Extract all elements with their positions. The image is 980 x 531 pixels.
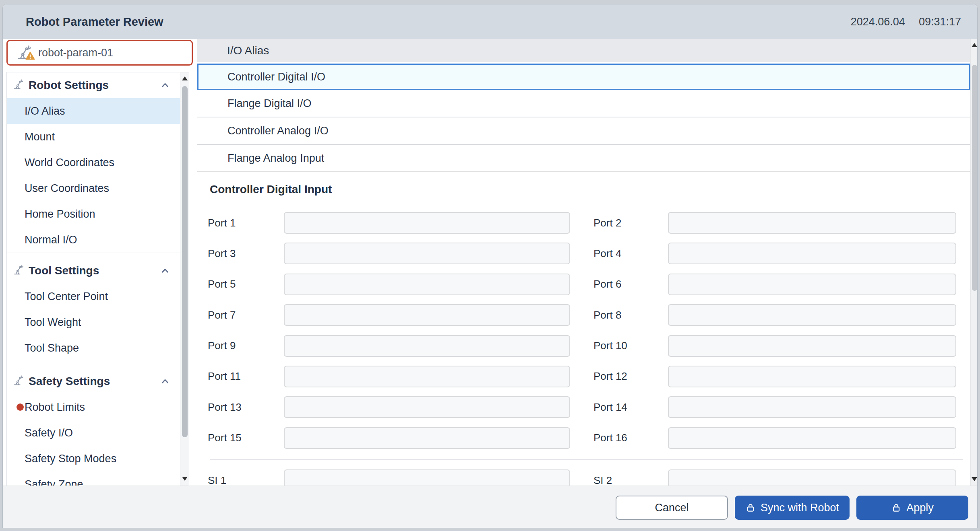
port-row: Port 15Port 16 [197,427,970,449]
robot-name-field[interactable]: robot-param-01 [6,40,193,66]
chevron-up-icon[interactable] [160,80,170,91]
main-content: I/O Alias Controller Digital I/OFlange D… [197,39,970,486]
io-alias-tab-list: Controller Digital I/OFlange Digital I/O… [197,64,970,172]
sidebar-item-user-coordinates[interactable]: User Coordinates [7,175,180,201]
si-port-grid: SI 1SI 2 [197,469,970,486]
sidebar-item-tool-shape[interactable]: Tool Shape [7,335,180,361]
sidebar-section-robot-settings: Robot SettingsI/O AliasMountWorld Coordi… [7,72,180,253]
input-port-6[interactable] [668,274,956,295]
input-port-4[interactable] [668,243,956,264]
sidebar-section-safety-settings: Safety SettingsRobot LimitsSafety I/OSaf… [7,361,180,486]
port-row: Port 1Port 2 [197,212,970,234]
sidebar-item-label: Safety Stop Modes [25,453,116,465]
time-label: 09:31:17 [919,16,961,28]
robot-arm-icon [12,78,25,92]
section-label: Tool Settings [29,264,99,277]
sidebar-item-label: Robot Limits [25,401,85,414]
title-bar: Robot Parameter Review 2024.06.04 09:31:… [3,4,977,39]
sidebar-item-label: User Coordinates [25,182,109,195]
sidebar-scrollbar[interactable] [180,72,189,486]
port-label: Port 7 [208,309,284,321]
input-port-7[interactable] [284,304,570,326]
input-port-10[interactable] [668,335,956,357]
sidebar-item-label: Normal I/O [25,234,77,246]
input-port-14[interactable] [668,396,956,418]
input-port-11[interactable] [284,366,570,387]
input-port-15[interactable] [284,427,570,449]
robot-arm-icon [12,375,25,388]
sidebar-item-label: Home Position [25,208,95,220]
sidebar-item-label: World Coordinates [25,156,114,169]
sidebar-section-header-tool-settings[interactable]: Tool Settings [7,258,180,284]
chevron-up-icon[interactable] [160,376,170,387]
scroll-down-arrow-icon[interactable] [972,477,977,481]
sidebar-item-i-o-alias[interactable]: I/O Alias [7,98,180,124]
sidebar-item-label: I/O Alias [25,105,65,117]
sidebar-item-mount[interactable]: Mount [7,124,180,150]
port-label: Port 10 [593,340,668,352]
tab-controller-analog-i-o[interactable]: Controller Analog I/O [197,117,970,145]
sidebar-section-header-robot-settings[interactable]: Robot Settings [7,72,180,98]
sidebar-item-safety-i-o[interactable]: Safety I/O [7,420,180,446]
port-grid: Port 1Port 2Port 3Port 4Port 5Port 6Port… [197,212,970,449]
chevron-up-icon[interactable] [160,266,170,276]
apply-button[interactable]: Apply [856,496,968,520]
input-port-2[interactable] [668,212,956,234]
tab-flange-digital-i-o[interactable]: Flange Digital I/O [197,90,970,117]
port-label: Port 4 [593,247,668,260]
port-row: Port 9Port 10 [197,335,970,357]
input-port-8[interactable] [668,304,956,326]
port-label: Port 8 [593,309,668,321]
sidebar-item-world-coordinates[interactable]: World Coordinates [7,150,180,175]
input-port-3[interactable] [284,243,570,264]
port-label: Port 6 [593,278,668,290]
scroll-up-arrow-icon[interactable] [182,76,188,80]
robot-arm-icon [12,264,25,278]
tab-controller-digital-i-o[interactable]: Controller Digital I/O [197,64,970,90]
port-label: Port 5 [208,278,284,290]
cancel-button[interactable]: Cancel [616,496,728,520]
port-label: Port 16 [593,432,668,444]
input-si-1[interactable] [284,469,570,486]
sidebar-item-home-position[interactable]: Home Position [7,201,180,227]
sidebar-menu-list: Robot SettingsI/O AliasMountWorld Coordi… [7,72,180,486]
port-label: Port 11 [208,370,284,383]
port-label: SI 2 [593,474,668,486]
sidebar-item-label: Tool Weight [25,316,81,329]
lock-icon [891,502,901,513]
input-port-12[interactable] [668,366,956,387]
tab-label: Flange Analog Input [227,152,324,165]
sync-button-label: Sync with Robot [761,502,839,514]
sidebar-item-safety-stop-modes[interactable]: Safety Stop Modes [7,446,180,471]
lock-icon [745,502,756,513]
scroll-up-arrow-icon[interactable] [972,43,977,47]
input-port-1[interactable] [284,212,570,234]
main-scrollbar-thumb[interactable] [972,65,977,291]
sidebar-scrollbar-thumb[interactable] [182,86,188,437]
sync-with-robot-button[interactable]: Sync with Robot [735,496,850,520]
sidebar-item-label: Tool Shape [25,342,79,354]
port-label: Port 14 [593,401,668,414]
tab-flange-analog-input[interactable]: Flange Analog Input [197,145,970,172]
port-row: SI 1SI 2 [197,469,970,486]
port-row: Port 13Port 14 [197,396,970,418]
input-port-13[interactable] [284,396,570,418]
sidebar-item-safety-zone[interactable]: Safety Zone [7,471,180,486]
input-port-16[interactable] [668,427,956,449]
sidebar-item-tool-weight[interactable]: Tool Weight [7,309,180,335]
input-port-5[interactable] [284,274,570,295]
tab-label: Controller Analog I/O [227,125,329,137]
port-label: Port 2 [593,217,668,229]
input-port-9[interactable] [284,335,570,357]
input-si-2[interactable] [668,469,956,486]
sidebar-item-tool-center-point[interactable]: Tool Center Point [7,284,180,309]
sidebar-item-robot-limits[interactable]: Robot Limits [7,394,180,420]
sidebar-item-normal-i-o[interactable]: Normal I/O [7,227,180,253]
section-label: Robot Settings [29,79,109,92]
scroll-down-arrow-icon[interactable] [182,477,188,481]
section-label: Safety Settings [29,375,110,388]
main-scrollbar[interactable] [970,39,978,486]
sidebar-section-header-safety-settings[interactable]: Safety Settings [7,368,180,394]
section-title: Controller Digital Input [210,183,332,196]
port-label: Port 9 [208,340,284,352]
